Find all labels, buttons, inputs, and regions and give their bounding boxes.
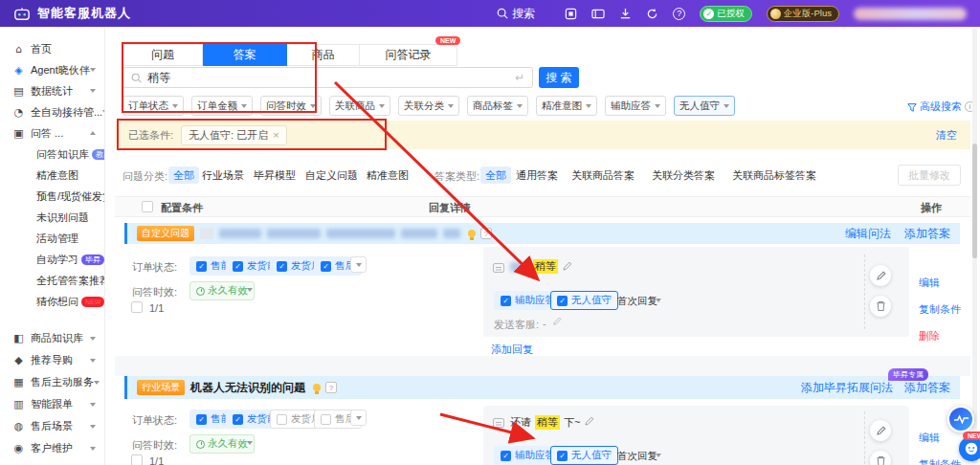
sidebar-item-home[interactable]: ⌂ 首页: [0, 38, 104, 59]
tab-qa-record[interactable]: 问答记录: [360, 44, 457, 66]
qtype-custom[interactable]: 自定义问题: [301, 166, 363, 184]
sidebar-item-stats[interactable]: ▤ 数据统计: [0, 80, 104, 101]
top-header: 智能客服机器人 搜索 ? ✓ 已授权 企业版-Plus: [0, 0, 980, 27]
question-type-label: 问题分类:: [122, 169, 167, 184]
bisheng-badge: 毕昇: [81, 255, 104, 265]
panel-icon[interactable]: [591, 8, 605, 20]
unattended-option[interactable]: ✓无人值守: [550, 291, 618, 310]
page-scrollbar-thumb[interactable]: [972, 144, 977, 258]
new-badge: NEW: [81, 297, 104, 307]
edit-reply-icon[interactable]: [584, 416, 594, 429]
question-help-icon[interactable]: ?: [480, 228, 492, 239]
op-copy-condition[interactable]: 复制条件: [919, 302, 961, 317]
chevron-down-icon[interactable]: [247, 288, 253, 292]
pagination: 1/1: [149, 302, 164, 314]
sidebar-sub-guess-ask[interactable]: 猜你想问 NEW: [0, 291, 104, 312]
filter-related-product[interactable]: 关联商品: [329, 96, 390, 116]
sync-icon[interactable]: [646, 8, 658, 20]
op-copy-condition[interactable]: 复制条件: [919, 457, 961, 465]
qtype-industry[interactable]: 行业场景: [197, 166, 249, 184]
status-more-dropdown[interactable]: [350, 256, 367, 273]
sidebar-item-recommend[interactable]: ◆ 推荐导购: [0, 349, 104, 371]
add-bisheng-extension-link[interactable]: 添加毕昇拓展问法: [801, 380, 893, 396]
download-icon[interactable]: [619, 8, 632, 20]
sidebar-sub-unrecognized[interactable]: 未识别问题: [0, 207, 104, 228]
sidebar-sub-presale-remind[interactable]: 预售/现货催发货: [0, 186, 104, 207]
send-agent-value: -: [543, 318, 546, 329]
grid-icon[interactable]: [565, 8, 577, 20]
validity-chip[interactable]: 永久有效: [189, 434, 255, 454]
chevron-down-icon: [379, 104, 385, 108]
filter-unattended[interactable]: 无人值守: [674, 96, 735, 116]
add-answer-link[interactable]: 添加答案: [904, 226, 950, 242]
person-icon: ◉: [12, 442, 25, 454]
sidebar-item-auto-reception[interactable]: ◔ 全自动接待管...: [0, 101, 104, 122]
delete-circle-button[interactable]: [870, 451, 891, 465]
sidebar-sub-auto-learn[interactable]: 自动学习 毕昇: [0, 249, 104, 270]
lightbulb-icon[interactable]: [313, 384, 321, 391]
qa-validity-label: 问答时效:: [132, 438, 177, 453]
chevron-down-icon: [90, 337, 96, 341]
sidebar-item-aftersale-service[interactable]: ▦ 售后主动服务: [0, 371, 104, 393]
edit-send-agent-icon[interactable]: [552, 317, 562, 328]
sidebar-sub-activity[interactable]: 活动管理: [0, 228, 104, 249]
filter-related-category[interactable]: 关联分类: [398, 96, 459, 116]
edit-circle-button[interactable]: [870, 420, 891, 441]
select-all-checkbox[interactable]: [142, 201, 153, 212]
sidebar-sub-precise-intent[interactable]: 精准意图: [0, 165, 104, 186]
reply-panel: 还请稍等下~ ✓辅助应答 ✓无人值守 首次回复: [483, 406, 909, 465]
edit-question-link[interactable]: 编辑问法: [845, 226, 891, 242]
row-checkbox[interactable]: [131, 454, 143, 465]
edit-circle-button[interactable]: [870, 265, 891, 286]
global-search-button[interactable]: 搜索: [497, 6, 535, 22]
sidebar-sub-qa-knowledge[interactable]: 问答知识库 教程: [0, 144, 104, 165]
first-reply-select[interactable]: 首次回复: [617, 295, 657, 308]
delete-circle-button[interactable]: [870, 296, 891, 317]
atype-general[interactable]: 通用答案: [511, 166, 563, 184]
unattended-option[interactable]: ✓无人值守: [550, 446, 618, 465]
add-answer-link[interactable]: 添加答案: [904, 380, 950, 396]
answer-type-label: 答案类型:: [434, 169, 479, 184]
atype-product[interactable]: 关联商品答案: [567, 166, 639, 184]
filter-precise-intent[interactable]: 精准意图: [536, 96, 597, 116]
sidebar-item-aftersale-scene[interactable]: ◍ 售后场景: [0, 415, 104, 437]
tab-new-badge: NEW: [435, 36, 460, 45]
check-icon: ✓: [703, 9, 714, 19]
chevron-down-icon: [656, 299, 661, 302]
op-delete[interactable]: 删除: [919, 329, 940, 343]
qtype-bisheng[interactable]: 毕昇模型: [249, 166, 301, 184]
validity-chip[interactable]: 永久有效: [189, 281, 255, 300]
atype-product-tag[interactable]: 关联商品标签答案: [727, 166, 821, 184]
atype-all[interactable]: 全部: [480, 166, 511, 184]
clock-icon: [196, 287, 205, 296]
help-icon[interactable]: ?: [673, 8, 685, 20]
sidebar-item-qa[interactable]: ▣ 问答 ...: [0, 122, 104, 144]
qtype-all[interactable]: 全部: [168, 166, 199, 184]
filter-product-tag[interactable]: 商品标签: [467, 96, 528, 116]
question-help-icon[interactable]: ?: [325, 382, 337, 393]
add-reply-link[interactable]: 添加回复: [491, 343, 533, 357]
qtype-intent[interactable]: 精准意图: [362, 166, 413, 184]
status-more-dropdown[interactable]: [350, 410, 367, 426]
atype-category[interactable]: 关联分类答案: [647, 166, 720, 184]
clear-conditions-link[interactable]: 清空: [936, 128, 957, 143]
sidebar-item-product-kb[interactable]: ◧ 商品知识库: [0, 327, 104, 349]
edit-reply-icon[interactable]: [562, 261, 572, 274]
advanced-search-link[interactable]: 高级搜索 i: [907, 100, 975, 114]
op-edit[interactable]: 编辑: [919, 276, 940, 290]
batch-edit-button[interactable]: 批量修改: [898, 165, 961, 186]
chevron-down-icon[interactable]: [247, 441, 253, 445]
op-edit[interactable]: 编辑: [919, 431, 940, 445]
message-icon: [493, 263, 504, 273]
filter-assist-reply[interactable]: 辅助应答: [605, 96, 666, 116]
first-reply-select[interactable]: 首次回复: [617, 450, 657, 463]
sidebar-item-agent[interactable]: ◈ Agent晓伙伴: [0, 59, 104, 80]
monitor-float-button[interactable]: [947, 406, 974, 432]
checkbox-checked: ✓: [501, 296, 511, 306]
lightbulb-icon[interactable]: [468, 230, 476, 237]
row-checkbox[interactable]: [131, 301, 143, 313]
sidebar-item-customer-care[interactable]: ◉ 客户维护: [0, 437, 104, 459]
sidebar-item-smart-order[interactable]: ▥ 智能跟单: [0, 393, 104, 415]
search-button[interactable]: 搜 索: [539, 67, 579, 88]
sidebar-sub-managed-answer[interactable]: 全托管答案推荐: [0, 270, 104, 291]
